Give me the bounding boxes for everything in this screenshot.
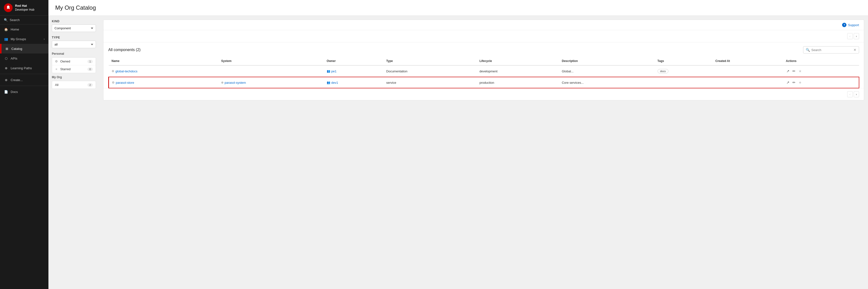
component-link[interactable]: parasol-store: [116, 81, 134, 85]
home-icon: 🏠: [4, 27, 8, 31]
cell-type: service: [383, 77, 476, 88]
all-label: All: [55, 83, 58, 87]
table-title: All components (2): [108, 48, 141, 52]
col-type: Type: [383, 57, 476, 65]
actions-cell: ↗ ✏ ★: [786, 68, 856, 74]
col-actions: Actions: [783, 57, 859, 65]
star-action-button[interactable]: ★: [798, 80, 802, 85]
sidebar-item-learning-paths[interactable]: ⊕ Learning Paths: [0, 63, 49, 73]
table-row[interactable]: ⚙ global-techdocs 👥 pe1: [109, 65, 859, 77]
col-tags: Tags: [655, 57, 713, 65]
table-body: ⚙ global-techdocs 👥 pe1: [109, 65, 859, 88]
filter-starred-row[interactable]: ★ Starred 0: [52, 65, 96, 73]
cell-owner: 👥 pe1: [324, 65, 383, 77]
prev-page-bottom-button[interactable]: ‹: [847, 91, 852, 97]
search-icon: 🔍: [4, 18, 8, 22]
sidebar-logo: Red Hat Developer Hub: [0, 0, 49, 16]
next-page-button[interactable]: ›: [854, 33, 859, 39]
sidebar-search-label: Search: [10, 18, 20, 22]
gear-icon: ⚙: [55, 60, 58, 63]
open-action-button[interactable]: ↗: [786, 68, 790, 74]
pagination-top: ‹ ›: [103, 30, 864, 42]
docs-icon: 📄: [4, 90, 8, 94]
filter-all-row[interactable]: All 2: [52, 81, 96, 89]
main-content: My Org Catalog Kind Component API System…: [49, 0, 868, 289]
cell-actions: ↗ ✏ ★: [783, 65, 859, 77]
sidebar-item-home[interactable]: 🏠 Home: [0, 25, 49, 34]
system-link[interactable]: parasol-system: [224, 81, 246, 85]
owner-link[interactable]: dev1: [331, 81, 338, 85]
owner-link[interactable]: pe1: [331, 69, 337, 73]
gear-icon: ⚙: [112, 81, 115, 84]
chevron-right-icon: ›: [44, 38, 44, 40]
open-action-button[interactable]: ↗: [786, 80, 790, 85]
sidebar-item-docs[interactable]: 📄 Docs: [0, 87, 49, 97]
kind-filter-select[interactable]: Component API System Domain Resource: [52, 25, 96, 32]
cell-owner: 👥 dev1: [324, 77, 383, 88]
content-area: ? Support ‹ › All components (2) 🔍: [99, 16, 868, 289]
personal-filter-card: ⚙ Owned 1 ★ Starred 0: [52, 57, 96, 73]
cell-system: [218, 65, 324, 77]
type-filter-select[interactable]: all service website library: [52, 41, 96, 48]
filter-owned-row[interactable]: ⚙ Owned 1: [52, 58, 96, 65]
star-action-button[interactable]: ★: [798, 68, 802, 74]
catalog-content-card: ? Support ‹ › All components (2) 🔍: [103, 20, 864, 100]
sidebar-item-label: Docs: [11, 90, 18, 94]
sidebar-divider: [0, 74, 49, 74]
main-body: Kind Component API System Domain Resourc…: [49, 16, 868, 289]
cell-description: Global...: [559, 65, 655, 77]
sidebar-item-label: Learning Paths: [11, 66, 32, 70]
sidebar-item-create[interactable]: ⊕ Create...: [0, 75, 49, 85]
catalog-table: Name System Owner Type Lifecycle Descrip…: [108, 57, 859, 88]
sidebar-divider-2: [0, 86, 49, 86]
clear-search-icon[interactable]: ✕: [854, 48, 857, 52]
catalog-icon: ⊞: [5, 46, 9, 51]
cell-name: ⚙ global-techdocs: [109, 65, 218, 77]
redhat-logo-icon: [4, 3, 12, 12]
next-page-bottom-button[interactable]: ›: [854, 91, 859, 97]
users-icon: 👥: [327, 81, 330, 84]
col-owner: Owner: [324, 57, 383, 65]
table-section: All components (2) 🔍 ✕ Name System: [103, 42, 864, 88]
cell-lifecycle: development: [476, 65, 559, 77]
col-created-at: Created At: [713, 57, 783, 65]
search-bar: 🔍 ✕: [803, 46, 859, 54]
pagination-bottom: ‹ ›: [103, 88, 864, 100]
search-icon: 🔍: [806, 48, 810, 52]
page-title: My Org Catalog: [55, 4, 861, 11]
sidebar-item-apis[interactable]: ⬡ APIs: [0, 54, 49, 63]
component-link[interactable]: global-techdocs: [116, 69, 137, 73]
support-button[interactable]: ? Support: [842, 23, 859, 27]
search-input[interactable]: [811, 48, 852, 52]
sidebar: Red Hat Developer Hub 🔍 Search 🏠 Home 👥 …: [0, 0, 49, 289]
cell-actions: ↗ ✏ ★: [783, 77, 859, 88]
actions-cell: ↗ ✏ ★: [786, 80, 856, 85]
sidebar-search[interactable]: 🔍 Search: [0, 16, 49, 25]
filter-panel: Kind Component API System Domain Resourc…: [49, 16, 99, 289]
sidebar-item-catalog[interactable]: ⊞ Catalog: [0, 44, 49, 54]
edit-action-button[interactable]: ✏: [792, 80, 796, 85]
owned-label: Owned: [60, 60, 70, 63]
sidebar-item-my-groups[interactable]: 👥 My Groups ›: [0, 34, 49, 44]
support-icon: ?: [842, 23, 846, 27]
starred-count: 0: [87, 67, 93, 71]
cell-system: ⊕ parasol-system: [218, 77, 324, 88]
cell-description: Core services...: [559, 77, 655, 88]
col-name: Name: [109, 57, 218, 65]
cell-name: ⚙ parasol-store: [109, 77, 218, 88]
myorg-section-label: My Org: [52, 75, 96, 79]
edit-action-button[interactable]: ✏: [792, 68, 796, 74]
prev-page-button[interactable]: ‹: [847, 33, 852, 39]
table-top-bar: All components (2) 🔍 ✕: [108, 46, 859, 54]
sidebar-item-label: APIs: [11, 57, 17, 60]
myorg-filter-card: All 2: [52, 81, 96, 89]
all-count: 2: [87, 83, 93, 87]
table-row[interactable]: ⚙ parasol-store ⊕ parasol-system: [109, 77, 859, 88]
gear-icon: ⚙: [112, 69, 114, 73]
support-bar: ? Support: [103, 20, 864, 30]
col-system: System: [218, 57, 324, 65]
sidebar-item-label: Home: [11, 28, 19, 31]
owned-count: 1: [87, 60, 93, 63]
create-icon: ⊕: [4, 78, 8, 82]
support-label: Support: [848, 23, 859, 27]
